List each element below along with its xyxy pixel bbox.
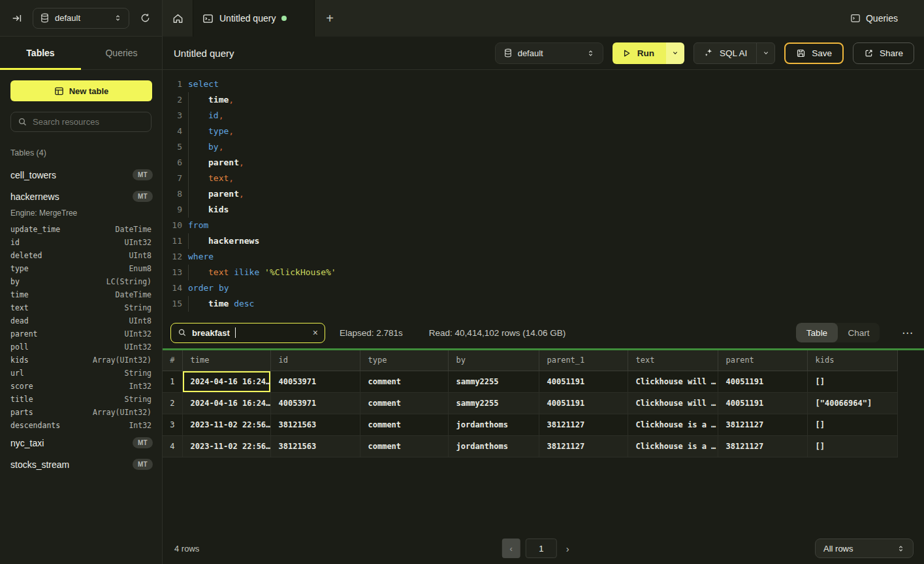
sql-ai-button[interactable]: SQL AI [694,43,756,63]
column-item[interactable]: update_timeDateTime [0,223,162,236]
cell[interactable]: [] [807,414,897,435]
sidebar-tab-queries[interactable]: Queries [81,37,162,69]
column-header[interactable]: parent_1 [539,350,628,371]
column-item[interactable]: typeEnum8 [0,262,162,275]
editor-line[interactable]: 2time, [163,92,924,108]
editor-line[interactable]: 6parent, [163,155,924,171]
cell[interactable]: 2023-11-02 22:56… [182,435,270,457]
collapse-sidebar-button[interactable] [8,9,26,27]
cell[interactable]: 40053971 [270,392,360,414]
cell[interactable]: comment [360,414,448,435]
new-table-button[interactable]: New table [10,80,152,101]
cell[interactable]: sammy2255 [448,392,539,414]
prev-page-button[interactable]: ‹ [502,539,520,558]
cell[interactable]: ["40066964"] [807,392,897,414]
column-item[interactable]: pollUInt32 [0,340,162,354]
row-index[interactable]: 1 [163,371,182,392]
cell[interactable]: 38121127 [539,414,628,435]
cell[interactable]: Clickhouse will … [628,392,718,414]
sql-ai-options-button[interactable] [756,43,774,63]
editor-line[interactable]: 13text ilike '%ClickHouse%' [163,265,924,280]
cell[interactable]: 38121563 [270,414,360,435]
cell[interactable]: 40053971 [270,371,360,392]
cell[interactable]: sammy2255 [448,371,539,392]
table-item[interactable]: hackernewsMT [0,186,162,207]
run-button[interactable]: Run [613,42,666,64]
sql-editor[interactable]: 1select2time,3id,4type,5by,6parent,7text… [163,70,924,317]
column-header[interactable]: kids [807,350,897,371]
results-filter-input[interactable]: breakfast × [170,323,325,343]
editor-line[interactable]: 15time desc [163,296,924,312]
column-item[interactable]: timeDateTime [0,288,162,301]
column-header[interactable]: text [628,350,718,371]
row-index[interactable]: 4 [163,435,182,457]
rows-per-page-select[interactable]: All rows [815,539,914,558]
column-item[interactable]: textString [0,301,162,314]
editor-line[interactable]: 10from [163,218,924,233]
cell[interactable]: [] [807,371,897,392]
editor-line[interactable]: 8parent, [163,186,924,202]
tab-untitled-query[interactable]: Untitled query [193,0,315,37]
cell[interactable]: Clickhouse is a … [628,435,718,457]
cell[interactable]: 40051191 [718,392,807,414]
sidebar-tab-tables[interactable]: Tables [0,37,81,69]
column-item[interactable]: parentUInt32 [0,327,162,340]
column-item[interactable]: idUInt32 [0,236,162,249]
share-button[interactable]: Share [853,42,914,64]
home-tab[interactable] [163,0,193,37]
column-item[interactable]: descendantsInt32 [0,419,162,432]
column-header[interactable]: parent [718,350,807,371]
editor-line[interactable]: 7text, [163,171,924,186]
column-header[interactable]: by [448,350,539,371]
sidebar-search[interactable] [10,112,151,132]
column-item[interactable]: urlString [0,367,162,380]
cell[interactable]: 40051191 [539,371,628,392]
editor-line[interactable]: 4type, [163,124,924,139]
column-item[interactable]: deletedUInt8 [0,249,162,262]
column-item[interactable]: byLC(String) [0,275,162,288]
column-item[interactable]: titleString [0,393,162,406]
next-page-button[interactable]: › [562,543,573,554]
column-header[interactable]: # [163,350,182,371]
cell[interactable]: 40051191 [539,392,628,414]
editor-line[interactable]: 9kids [163,202,924,218]
cell[interactable]: jordanthoms [448,435,539,457]
row-index[interactable]: 2 [163,392,182,414]
queries-link[interactable]: Queries [850,0,924,37]
run-options-button[interactable] [666,42,684,64]
editor-line[interactable]: 12where [163,249,924,265]
more-options-button[interactable]: ⋯ [902,326,914,340]
row-index[interactable]: 3 [163,414,182,435]
column-header[interactable]: time [182,350,270,371]
refresh-button[interactable] [136,9,154,27]
new-tab-button[interactable]: + [315,0,345,37]
column-item[interactable]: scoreInt32 [0,380,162,393]
toolbar-database-select[interactable]: default [495,42,603,64]
cell[interactable]: jordanthoms [448,414,539,435]
cell[interactable]: 38121127 [539,435,628,457]
cell[interactable]: 38121127 [718,435,807,457]
cell[interactable]: 40051191 [718,371,807,392]
clear-filter-icon[interactable]: × [313,327,318,338]
save-button[interactable]: Save [784,42,844,64]
editor-line[interactable]: 3id, [163,108,924,124]
cell[interactable]: [] [807,435,897,457]
cell[interactable]: 38121127 [718,414,807,435]
editor-line[interactable]: 1select [163,76,924,92]
column-item[interactable]: deadUInt8 [0,314,162,327]
cell[interactable]: comment [360,371,448,392]
view-table-button[interactable]: Table [796,323,838,342]
cell[interactable]: Clickhouse is a … [628,414,718,435]
table-item[interactable]: nyc_taxiMT [0,432,162,454]
cell[interactable]: comment [360,392,448,414]
column-header[interactable]: type [360,350,448,371]
sidebar-database-select[interactable]: default [33,8,129,29]
search-resources-input[interactable] [33,117,148,127]
table-item[interactable]: stocks_streamMT [0,454,162,475]
table-item[interactable]: cell_towersMT [0,164,162,186]
editor-line[interactable]: 11hackernews [163,233,924,249]
cell[interactable]: 2024-04-16 16:24… [182,371,270,392]
page-number-input[interactable]: 1 [526,539,557,558]
editor-line[interactable]: 14order by [163,280,924,296]
cell[interactable]: 38121563 [270,435,360,457]
